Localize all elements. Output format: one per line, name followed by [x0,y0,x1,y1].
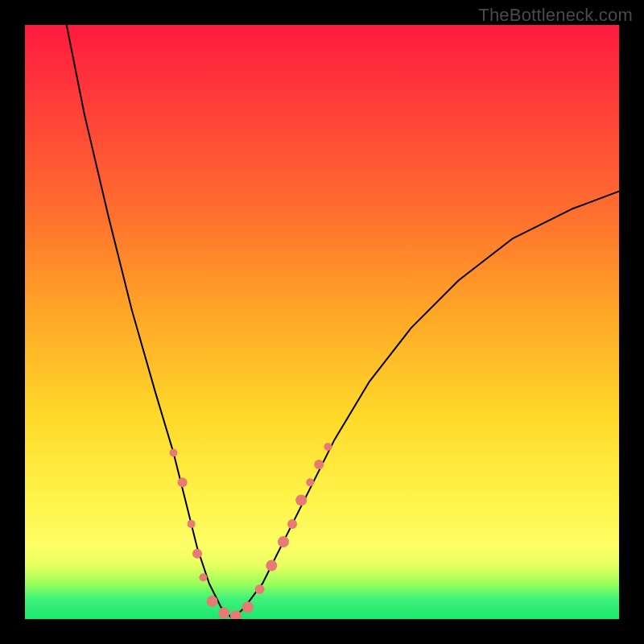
curve-marker [170,448,178,456]
curve-marker [218,608,229,619]
curve-marker [207,596,218,607]
plot-area [25,25,619,619]
curve-marker [287,519,297,529]
curve-marker [242,601,254,613]
curve-marker [278,536,289,547]
chart-frame: TheBottleneck.com [0,0,644,644]
curve-marker [314,460,324,469]
curve-marker [192,549,202,559]
curve-marker [295,494,307,506]
bottleneck-curve-svg [25,25,619,619]
curve-marker [324,443,332,451]
watermark-text: TheBottleneck.com [478,5,633,26]
curve-marker [255,584,265,594]
bottleneck-curve [67,25,619,619]
curve-marker [199,573,207,581]
curve-marker [178,477,188,487]
curve-marker [266,560,277,572]
curve-marker [306,478,314,486]
curve-marker [188,520,196,528]
